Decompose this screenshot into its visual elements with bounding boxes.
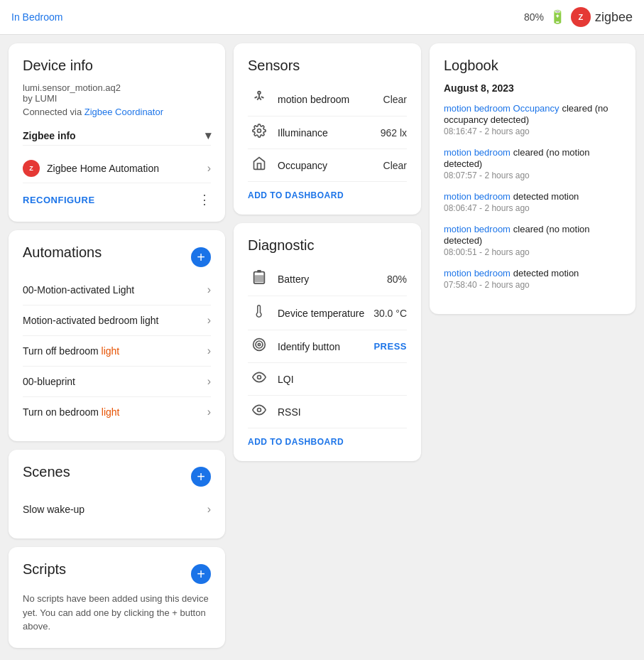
zigbee-home-icon: Z (23, 160, 40, 177)
log-entry: motion bedroom detected motion 08:06:47 … (444, 190, 621, 213)
more-options-button[interactable]: ⋮ (198, 192, 211, 207)
list-item[interactable]: 00-Motion-activated Light › (23, 275, 211, 305)
svg-point-6 (256, 341, 263, 348)
add-automation-button[interactable]: + (191, 247, 211, 267)
main-content: Device info lumi.sensor_motion.aq2 by LU… (0, 35, 644, 656)
list-item[interactable]: Turn on bedroom light › (23, 397, 211, 427)
zigbee-home-left: Z Zigbee Home Automation (23, 160, 159, 177)
automations-card: Automations + 00-Motion-activated Light … (9, 230, 225, 441)
log-entity-2: motion bedroom (444, 191, 511, 202)
diag-value-1: 30.0 °C (373, 308, 407, 319)
svg-point-0 (258, 92, 261, 94)
logbook-date: August 8, 2023 (444, 82, 621, 94)
chevron-right-icon: › (207, 375, 211, 388)
diag-row: Device temperature 30.0 °C (248, 296, 407, 330)
device-info-title: Device info (23, 58, 211, 74)
logbook-card: Logbook August 8, 2023 motion bedroom Oc… (430, 43, 635, 314)
automation-label-0: 00-Motion-activated Light (23, 284, 134, 296)
diagnostic-add-dashboard-button[interactable]: ADD TO DASHBOARD (248, 428, 344, 447)
eye-icon (248, 370, 271, 388)
sensor-value-2: Clear (383, 160, 407, 171)
diag-row: Battery 80% (248, 262, 407, 296)
diagnostic-card: Diagnostic Battery 80% Device temperatur… (234, 223, 421, 461)
list-item[interactable]: Slow wake-up › (23, 494, 211, 524)
chevron-right-icon: › (207, 162, 211, 175)
svg-point-9 (258, 409, 261, 412)
battery-icon (248, 269, 271, 288)
diagnostic-title: Diagnostic (248, 237, 407, 254)
zigbee-info-label: Zigbee info (23, 130, 76, 141)
log-time-4: 07:58:40 - 2 hours ago (444, 280, 621, 290)
reconfigure-button[interactable]: RECONFIGURE (23, 195, 95, 205)
add-scene-button[interactable]: + (191, 467, 211, 487)
log-text-2: detected motion (513, 191, 579, 202)
log-time-3: 08:00:51 - 2 hours ago (444, 247, 621, 257)
top-bar-right: 80% 🔋 Z zigbee (524, 7, 633, 27)
diag-row: Identify button PRESS (248, 330, 407, 363)
sensor-name-0: motion bedroom (278, 94, 383, 105)
svg-point-1 (258, 129, 261, 133)
automations-header: Automations + (23, 244, 211, 269)
scene-label-0: Slow wake-up (23, 504, 84, 515)
log-time-2: 08:06:47 - 2 hours ago (444, 203, 621, 213)
automation-label-2: Turn off bedroom light (23, 345, 119, 357)
reconfigure-row: RECONFIGURE ⋮ (23, 183, 211, 207)
identify-press-button[interactable]: PRESS (373, 341, 407, 352)
svg-point-7 (258, 343, 260, 345)
list-item[interactable]: 00-blueprint › (23, 367, 211, 397)
diag-name-4: RSSI (278, 406, 407, 418)
device-model: lumi.sensor_motion.aq2 (23, 82, 211, 93)
logbook-title: Logbook (444, 58, 621, 74)
log-message-3: motion bedroom cleared (no motion detect… (444, 223, 621, 246)
sensor-value-1: 962 lx (381, 127, 407, 139)
sensor-row: motion bedroom Clear (248, 82, 407, 117)
log-message-2: motion bedroom detected motion (444, 190, 621, 202)
log-message-0: motion bedroom Occupancy cleared (no occ… (444, 102, 621, 125)
sensors-add-dashboard-button[interactable]: ADD TO DASHBOARD (248, 182, 344, 200)
log-entry: motion bedroom detected motion 07:58:40 … (444, 267, 621, 290)
automation-label-3: 00-blueprint (23, 376, 75, 387)
sensor-value-0: Clear (383, 94, 407, 105)
scenes-header: Scenes + (23, 464, 211, 489)
sensor-row: Occupancy Clear (248, 149, 407, 182)
device-brand: by LUMI (23, 93, 211, 104)
left-column: Device info lumi.sensor_motion.aq2 by LU… (9, 43, 225, 648)
diag-row: LQI (248, 363, 407, 396)
chevron-right-icon: › (207, 345, 211, 357)
zigbee-coordinator-link[interactable]: Zigbee Coordinator (84, 107, 163, 117)
scenes-title: Scenes (23, 464, 70, 480)
home-icon (248, 156, 271, 174)
log-time-1: 08:07:57 - 2 hours ago (444, 171, 621, 180)
sensor-name-2: Occupancy (278, 160, 383, 171)
svg-point-8 (258, 376, 261, 379)
sensor-row: Illuminance 962 lx (248, 117, 407, 149)
log-message-4: motion bedroom detected motion (444, 267, 621, 278)
sensor-name-1: Illuminance (278, 127, 381, 139)
scenes-card: Scenes + Slow wake-up › (9, 450, 225, 539)
svg-point-5 (253, 339, 266, 351)
diag-name-2: Identify button (278, 341, 373, 352)
list-item[interactable]: Motion-activated bedroom light › (23, 305, 211, 336)
chevron-down-icon: ▾ (205, 129, 211, 142)
device-connection: Connected via Zigbee Coordinator (23, 107, 211, 117)
diag-name-0: Battery (278, 274, 387, 285)
chevron-right-icon: › (207, 503, 211, 516)
breadcrumb-area[interactable]: In Bedroom (11, 11, 62, 23)
scripts-card: Scripts + No scripts have been added usi… (9, 547, 225, 648)
diag-name-3: LQI (278, 374, 407, 385)
zigbee-info-toggle[interactable]: Zigbee info ▾ (23, 126, 211, 146)
log-entry: motion bedroom Occupancy cleared (no occ… (444, 102, 621, 136)
zigbee-home-row[interactable]: Z Zigbee Home Automation › (23, 154, 211, 183)
log-entity-0: motion bedroom Occupancy (444, 103, 560, 114)
zigbee-logo: Z zigbee (571, 7, 633, 27)
diag-value-0: 80% (387, 274, 407, 285)
list-item[interactable]: Turn off bedroom light › (23, 336, 211, 367)
breadcrumb-link[interactable]: In Bedroom (11, 11, 62, 23)
connection-prefix: Connected via (23, 107, 84, 117)
automations-list: 00-Motion-activated Light › Motion-activ… (23, 275, 211, 427)
add-script-button[interactable]: + (191, 564, 211, 584)
battery-icon: 🔋 (550, 9, 565, 25)
automation-label-4: Turn on bedroom light (23, 406, 119, 418)
scripts-empty-message: No scripts have been added using this de… (23, 592, 211, 634)
svg-rect-4 (255, 275, 264, 282)
